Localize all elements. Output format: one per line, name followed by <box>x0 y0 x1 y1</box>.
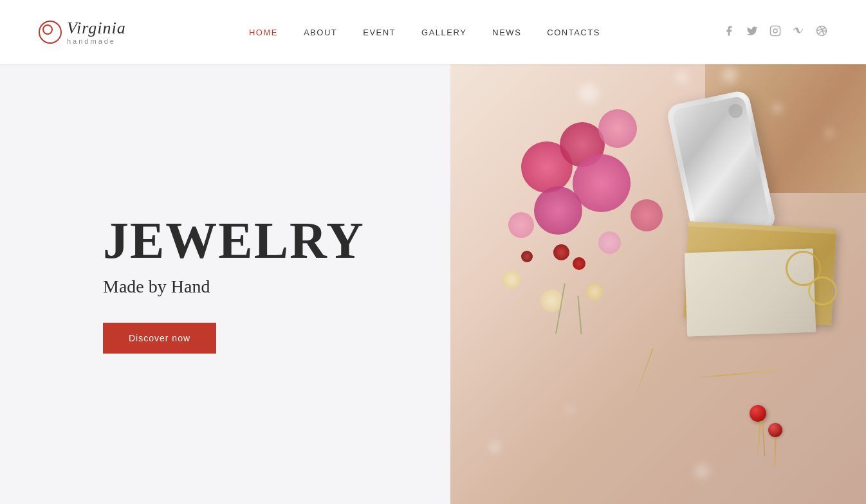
logo-icon <box>39 21 62 44</box>
facebook-icon[interactable] <box>723 25 735 40</box>
logo-brand-name: Virginia <box>67 20 126 37</box>
bokeh-4 <box>722 68 737 83</box>
discover-button[interactable]: Discover now <box>103 323 216 354</box>
social-links <box>723 25 827 40</box>
logo-text-group: Virginia handmade <box>67 20 126 45</box>
logo[interactable]: Virginia handmade <box>39 20 126 45</box>
main-nav: HOME ABOUT EVENT GALLERY NEWS CONTACTS <box>249 28 600 37</box>
bokeh-5 <box>825 129 834 138</box>
bokeh-3 <box>772 103 782 113</box>
nav-event[interactable]: EVENT <box>363 28 396 37</box>
nav-gallery[interactable]: GALLERY <box>421 28 466 37</box>
bokeh-1 <box>579 84 598 103</box>
dribbble-icon[interactable] <box>816 25 827 40</box>
flowers-cluster <box>470 103 695 373</box>
svg-point-1 <box>773 29 777 33</box>
svg-rect-0 <box>771 26 780 35</box>
red-ball-earring-2 <box>768 423 782 437</box>
bokeh-2 <box>676 71 688 84</box>
hero-panel: JEWELRY Made by Hand Discover now <box>0 64 450 504</box>
nav-about[interactable]: ABOUT <box>304 28 337 37</box>
red-ball-earring-1 <box>750 405 766 422</box>
twitter-icon[interactable] <box>746 25 758 40</box>
instagram-icon[interactable] <box>769 25 781 40</box>
nav-home[interactable]: HOME <box>249 28 278 37</box>
nav-contacts[interactable]: CONTACTS <box>547 28 600 37</box>
nav-news[interactable]: NEWS <box>492 28 521 37</box>
main-content: JEWELRY Made by Hand Discover now <box>0 64 866 504</box>
vimeo-icon[interactable] <box>793 25 804 40</box>
bokeh-7 <box>566 406 574 414</box>
svg-point-2 <box>777 28 778 29</box>
hero-image: martins Fontes seus mart... <box>450 64 866 504</box>
hero-title: JEWELRY <box>103 215 450 266</box>
hero-subtitle: Made by Hand <box>103 276 450 297</box>
site-header: Virginia handmade HOME ABOUT EVENT GALLE… <box>0 0 866 64</box>
logo-tagline: handmade <box>67 38 126 45</box>
bokeh-6 <box>489 441 501 453</box>
bokeh-8 <box>695 464 709 478</box>
